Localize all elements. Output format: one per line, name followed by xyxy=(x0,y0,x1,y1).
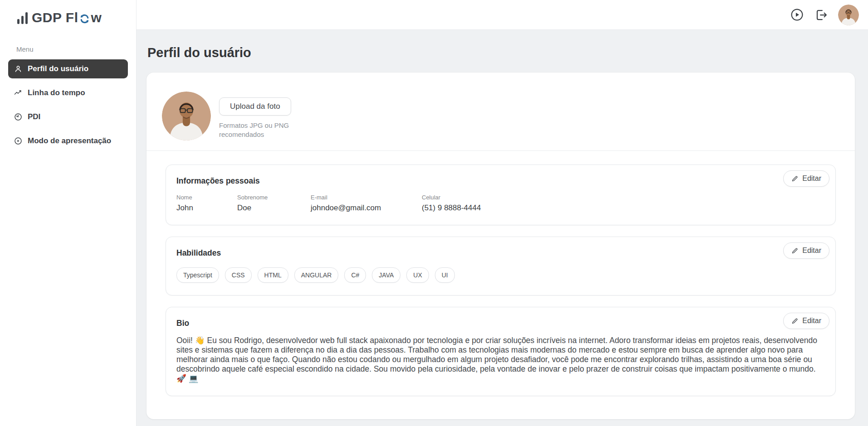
skill-chip: Typescript xyxy=(176,267,219,283)
skill-chip: JAVA xyxy=(372,267,400,283)
brand-suffix: w xyxy=(91,10,102,25)
sidebar-nav: Perfil do usuário Linha do tempo PDI Mod… xyxy=(0,59,136,150)
field-email: E-mail johndoe@gmail.com xyxy=(311,194,422,213)
sidebar-item-label: PDI xyxy=(28,112,40,121)
logout-button[interactable] xyxy=(814,7,829,23)
app-logo: GDP Fl w xyxy=(0,0,136,25)
edit-bio-button[interactable]: Editar xyxy=(783,313,829,329)
field-value: John xyxy=(176,203,228,213)
user-avatar xyxy=(838,5,859,25)
sidebar-item-label: Perfil do usuário xyxy=(28,64,88,73)
skill-chip: CSS xyxy=(225,267,252,283)
skills-title: Habilidades xyxy=(176,248,825,258)
topbar-avatar[interactable] xyxy=(838,5,859,25)
sidebar-item-label: Linha do tempo xyxy=(28,88,85,97)
main-content: Perfil do usuário xyxy=(137,30,868,426)
field-value: johndoe@gmail.com xyxy=(311,203,413,213)
skill-chip: UX xyxy=(406,267,429,283)
field-value: Doe xyxy=(237,203,302,213)
skills-card: Habilidades Editar Typescript CSS HTML A… xyxy=(166,237,836,295)
field-label: Nome xyxy=(176,194,228,201)
play-circle-icon xyxy=(14,136,23,145)
edit-button-label: Editar xyxy=(802,247,821,255)
bio-title: Bio xyxy=(176,319,825,328)
personal-info-card: Informações pessoais Editar Nome John So… xyxy=(166,165,836,225)
skill-tags: Typescript CSS HTML ANGULAR C# JAVA UX U… xyxy=(176,267,825,283)
skill-chip: HTML xyxy=(258,267,288,283)
field-sobrenome: Sobrenome Doe xyxy=(237,194,311,213)
menu-section-label: Menu xyxy=(16,45,136,53)
profile-photo xyxy=(162,92,211,140)
sync-icon xyxy=(79,13,90,24)
brand-prefix: GDP Fl xyxy=(32,10,78,25)
photo-section: Upload da foto Formatos JPG ou PNG recom… xyxy=(146,73,855,150)
sidebar-item-perfil[interactable]: Perfil do usuário xyxy=(8,59,128,78)
page-title: Perfil do usuário xyxy=(147,45,855,60)
skill-chip: UI xyxy=(435,267,455,283)
presentation-play-button[interactable] xyxy=(789,7,805,23)
play-circle-icon xyxy=(790,8,804,22)
bio-card: Bio Editar Ooii! 👋 Eu sou Rodrigo, desen… xyxy=(166,307,836,396)
edit-button-label: Editar xyxy=(802,317,821,325)
sidebar-item-label: Modo de apresentação xyxy=(28,136,111,145)
skill-chip: ANGULAR xyxy=(294,267,339,283)
edit-button-label: Editar xyxy=(802,174,821,183)
pencil-icon xyxy=(791,318,798,324)
bio-text: Ooii! 👋 Eu sou Rodrigo, desenvolvedor we… xyxy=(176,336,825,383)
personal-info-fields: Nome John Sobrenome Doe E-mail johndoe@g… xyxy=(176,194,825,213)
sidebar-item-linha-do-tempo[interactable]: Linha do tempo xyxy=(8,83,128,102)
brand-name: GDP Fl w xyxy=(32,10,102,25)
personal-info-title: Informações pessoais xyxy=(176,176,825,186)
sidebar-item-modo-apresentacao[interactable]: Modo de apresentação xyxy=(8,131,128,150)
upload-format-hint: Formatos JPG ou PNG recomendados xyxy=(219,121,291,140)
field-label: Celular xyxy=(422,194,481,201)
field-nome: Nome John xyxy=(176,194,237,213)
clock-icon xyxy=(14,112,23,121)
topbar xyxy=(137,0,868,30)
user-avatar xyxy=(162,92,211,140)
logout-icon xyxy=(814,8,828,22)
field-value: (51) 9 8888-4444 xyxy=(422,203,481,213)
upload-photo-button[interactable]: Upload da foto xyxy=(219,97,291,116)
skill-chip: C# xyxy=(344,267,366,283)
field-label: Sobrenome xyxy=(237,194,302,201)
edit-skills-button[interactable]: Editar xyxy=(783,242,829,259)
profile-card: Upload da foto Formatos JPG ou PNG recom… xyxy=(146,73,855,419)
edit-personal-info-button[interactable]: Editar xyxy=(783,170,829,187)
timeline-icon xyxy=(14,88,23,97)
pencil-icon xyxy=(791,247,798,254)
pencil-icon xyxy=(791,175,798,182)
detail-cards: Informações pessoais Editar Nome John So… xyxy=(146,151,855,419)
bar-chart-icon xyxy=(17,11,28,24)
sidebar-item-pdi[interactable]: PDI xyxy=(8,107,128,126)
field-celular: Celular (51) 9 8888-4444 xyxy=(422,194,490,213)
field-label: E-mail xyxy=(311,194,413,201)
sidebar: GDP Fl w Menu Perfil do usuário Linha do… xyxy=(0,0,137,426)
photo-meta: Upload da foto Formatos JPG ou PNG recom… xyxy=(219,97,291,140)
user-icon xyxy=(14,64,23,73)
